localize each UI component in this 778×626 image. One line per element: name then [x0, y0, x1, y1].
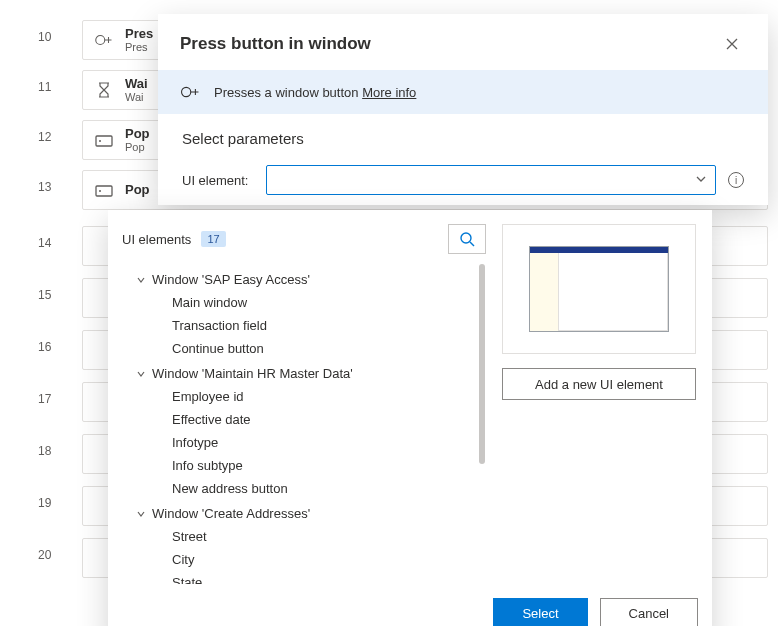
- svg-rect-1: [96, 136, 112, 146]
- tree-item[interactable]: Infotype: [122, 431, 474, 454]
- svg-point-0: [96, 36, 105, 45]
- step-number: 14: [38, 236, 51, 250]
- tree-item[interactable]: Employee id: [122, 385, 474, 408]
- modal-title: Press button in window: [180, 34, 371, 54]
- hourglass-icon: [95, 81, 113, 99]
- svg-point-2: [99, 140, 101, 142]
- cancel-button[interactable]: Cancel: [600, 598, 698, 626]
- svg-point-6: [461, 233, 471, 243]
- add-ui-element-button[interactable]: Add a new UI element: [502, 368, 696, 400]
- params-heading: Select parameters: [182, 130, 744, 147]
- param-label: UI element:: [182, 173, 254, 188]
- tree-item[interactable]: Street: [122, 525, 474, 548]
- info-icon[interactable]: i: [728, 172, 744, 188]
- action-modal: Press button in window Presses a window …: [158, 14, 768, 205]
- banner-text: Presses a window button More info: [214, 85, 416, 100]
- tree-group-header[interactable]: Window 'Maintain HR Master Data': [122, 362, 474, 385]
- step-title: Wai: [125, 77, 148, 91]
- svg-rect-3: [96, 186, 112, 196]
- param-row-ui-element: UI element: i: [182, 165, 744, 195]
- chevron-down-icon: [136, 369, 146, 379]
- picker-heading: UI elements: [122, 232, 191, 247]
- element-preview: [502, 224, 696, 354]
- element-tree: Window 'SAP Easy Access' Main window Tra…: [122, 264, 474, 584]
- step-number: 11: [38, 80, 51, 94]
- chevron-down-icon: [695, 173, 707, 185]
- step-title: Pres: [125, 27, 153, 41]
- select-button[interactable]: Select: [493, 598, 587, 626]
- ui-element-select[interactable]: [266, 165, 716, 195]
- tree-item[interactable]: New address button: [122, 477, 474, 500]
- step-number: 17: [38, 392, 51, 406]
- chevron-down-icon: [136, 275, 146, 285]
- search-button[interactable]: [448, 224, 486, 254]
- tree-group-label: Window 'Create Addresses': [152, 506, 310, 521]
- step-subtitle: Pres: [125, 41, 153, 53]
- element-count-badge: 17: [201, 231, 225, 247]
- step-number: 20: [38, 548, 51, 562]
- tree-item[interactable]: Info subtype: [122, 454, 474, 477]
- step-number: 13: [38, 180, 51, 194]
- step-number: 15: [38, 288, 51, 302]
- popup-icon: [95, 181, 113, 199]
- tree-group-header[interactable]: Window 'SAP Easy Access': [122, 268, 474, 291]
- tree-group-label: Window 'Maintain HR Master Data': [152, 366, 353, 381]
- tree-item[interactable]: City: [122, 548, 474, 571]
- tree-item[interactable]: Continue button: [122, 337, 474, 360]
- popup-icon: [95, 131, 113, 149]
- step-number: 10: [38, 30, 51, 44]
- step-title: Pop: [125, 183, 150, 197]
- preview-thumbnail: [529, 246, 669, 332]
- press-icon: [95, 31, 113, 49]
- ui-element-picker: UI elements 17 Window 'SAP Easy Access' …: [108, 210, 712, 626]
- tree-item[interactable]: Effective date: [122, 408, 474, 431]
- svg-point-5: [182, 87, 191, 96]
- svg-point-4: [99, 190, 101, 192]
- close-button[interactable]: [718, 30, 746, 58]
- step-number: 18: [38, 444, 51, 458]
- step-subtitle: Wai: [125, 91, 148, 103]
- info-banner: Presses a window button More info: [158, 70, 768, 114]
- press-icon: [180, 82, 200, 102]
- tree-group-header[interactable]: Window 'Create Addresses': [122, 502, 474, 525]
- tree-item[interactable]: State: [122, 571, 474, 584]
- step-title: Pop: [125, 127, 150, 141]
- step-number: 16: [38, 340, 51, 354]
- scrollbar-thumb[interactable]: [479, 264, 485, 464]
- more-info-link[interactable]: More info: [362, 85, 416, 100]
- tree-item[interactable]: Main window: [122, 291, 474, 314]
- step-subtitle: Pop: [125, 141, 150, 153]
- tree-group-label: Window 'SAP Easy Access': [152, 272, 310, 287]
- chevron-down-icon: [136, 509, 146, 519]
- tree-item[interactable]: Transaction field: [122, 314, 474, 337]
- modal-header: Press button in window: [158, 14, 768, 70]
- step-number: 12: [38, 130, 51, 144]
- step-number: 19: [38, 496, 51, 510]
- params-section: Select parameters UI element: i: [158, 114, 768, 205]
- scrollbar[interactable]: [478, 264, 486, 564]
